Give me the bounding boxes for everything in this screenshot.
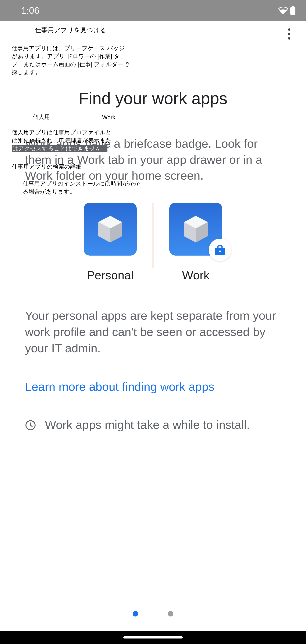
secondary-body: Your personal apps are kept separate fro…: [13, 308, 293, 356]
install-note-text: Work apps might take a while to install.: [45, 417, 281, 433]
navigation-bar: [0, 631, 306, 644]
work-column: Work: [154, 203, 238, 282]
page-headline: Find your work apps: [13, 89, 293, 108]
personal-app-icon: [84, 203, 137, 256]
svg-rect-1: [292, 6, 294, 8]
status-time: 1:06: [21, 5, 39, 16]
profile-icons-row: Personal: [13, 203, 293, 282]
personal-label: Personal: [87, 268, 133, 282]
work-app-icon: [169, 203, 222, 256]
wifi-icon: [278, 7, 288, 14]
status-bar: 1:06: [0, 0, 306, 21]
jp-subtitle-overlay: 仕事用アプリには、ブリーフケース バッジがあります。アプリ ドロワーの [作業]…: [12, 44, 130, 76]
briefcase-badge: [209, 239, 231, 261]
install-note-row: Work apps might take a while to install.: [13, 417, 293, 433]
jp-title-overlay: 仕事用アプリを見つける: [35, 26, 106, 34]
battery-icon: [290, 6, 295, 15]
jp-learn-more-overlay: 仕事用アプリの検索の詳細: [12, 163, 82, 170]
personal-column: Personal: [68, 203, 152, 282]
jp-work-label-overlay: Work: [102, 114, 115, 121]
briefcase-icon: [214, 244, 226, 256]
page-dot-1[interactable]: [133, 611, 138, 616]
page-dot-2[interactable]: [168, 611, 173, 616]
jp-install-note-overlay: 仕事用アプリのインストールには時間がかかる場合があります。: [23, 180, 145, 196]
status-icons: [278, 6, 295, 15]
svg-rect-0: [290, 7, 295, 15]
clock-icon: [25, 420, 36, 431]
svg-rect-10: [219, 250, 221, 252]
nav-handle[interactable]: [123, 636, 183, 638]
jp-personal-desc-overlay: 個人用アプリは仕事用プロファイルと は別に保持され、IT 管理者が表示また はア…: [12, 129, 120, 152]
jp-personal-label-overlay: 個人用: [33, 113, 50, 121]
svg-rect-9: [218, 246, 222, 248]
work-label: Work: [182, 268, 210, 282]
overflow-menu-button[interactable]: [283, 28, 295, 40]
cube-icon: [94, 213, 126, 245]
cube-icon: [180, 213, 212, 245]
page-indicator: [0, 611, 306, 616]
learn-more-link[interactable]: Learn more about finding work apps: [13, 380, 293, 394]
